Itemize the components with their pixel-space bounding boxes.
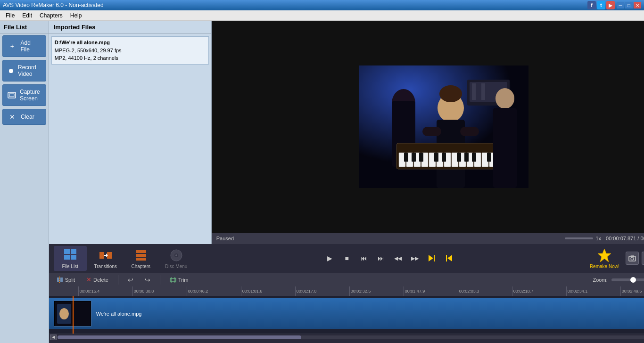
track-label: We're all alone.mpg — [96, 311, 142, 317]
chapters-icon — [133, 248, 149, 263]
svg-rect-67 — [57, 278, 59, 282]
status-bar: Paused 1x 00:00:07.871 / 00:04:30.903 — [212, 233, 644, 244]
toolbar-separator-2 — [160, 275, 160, 285]
tool-transitions[interactable]: Transitions — [89, 246, 122, 271]
snapshot-button[interactable] — [626, 252, 639, 265]
svg-rect-36 — [442, 153, 446, 162]
file-list-area: D:\We're all alone.mpg MPEG-2, 550x640, … — [49, 34, 211, 244]
preview-section: Paused 1x 00:00:07.871 / 00:04:30.903 — [212, 21, 644, 244]
titlebar-controls: ─ □ ✕ — [617, 2, 641, 8]
ruler-origin — [50, 286, 78, 296]
upper-area: Imported Files D:\We're all alone.mpg MP… — [49, 21, 644, 244]
tool-file-list[interactable]: File List — [54, 246, 87, 271]
file-list-icon — [63, 248, 78, 263]
file-list-header: File List — [0, 21, 49, 34]
imported-files-panel: Imported Files D:\We're all alone.mpg MP… — [49, 21, 212, 244]
timeline-toolbar: Split ✕ Delete ↩ ↪ Trim — [49, 272, 644, 286]
record-video-button[interactable]: ⏺ Record Video — [2, 60, 46, 82]
video-frame — [359, 65, 528, 188]
scroll-thumb[interactable] — [58, 335, 301, 339]
svg-rect-52 — [136, 254, 146, 257]
mark-out-button[interactable] — [442, 252, 455, 265]
maximize-button[interactable]: □ — [625, 2, 633, 8]
svg-rect-68 — [60, 278, 63, 282]
scroll-left-button[interactable]: ◀ — [50, 335, 57, 340]
menu-help[interactable]: Help — [66, 11, 86, 20]
svg-rect-37 — [457, 153, 461, 162]
redo-button[interactable]: ↪ — [141, 275, 154, 285]
next-track-button[interactable]: ⏭ — [374, 252, 388, 265]
remake-now-button[interactable]: Remake Now! — [586, 246, 623, 271]
speed-value: 1x — [595, 236, 601, 241]
svg-rect-34 — [419, 153, 423, 162]
svg-rect-16 — [422, 127, 441, 136]
menu-file[interactable]: File — [2, 11, 18, 20]
right-column: Imported Files D:\We're all alone.mpg MP… — [49, 21, 644, 343]
status-right: 1x 00:00:07.871 / 00:04:30.903 — [565, 236, 644, 241]
zoom-label: Zoom: — [593, 277, 608, 283]
social-icons: f t ▶ — [587, 1, 615, 9]
star-icon — [597, 248, 612, 263]
clear-icon: ✕ — [8, 113, 17, 121]
next-frame-button[interactable]: ▶▶ — [408, 252, 421, 265]
svg-rect-8 — [481, 83, 485, 100]
twitter-icon[interactable]: t — [597, 1, 605, 9]
playback-controls: ▶ ■ ⏮ ⏭ ◀◀ ▶▶ — [195, 252, 584, 265]
tool-chapters[interactable]: Chapters — [124, 246, 157, 271]
clear-button[interactable]: ✕ Clear — [2, 109, 46, 125]
svg-rect-40 — [487, 153, 491, 162]
minimize-button[interactable]: ─ — [617, 2, 624, 8]
speed-slider[interactable] — [565, 237, 593, 239]
add-file-button[interactable]: + Add File — [2, 35, 46, 57]
capture-icon — [8, 91, 16, 99]
zoom-thumb[interactable] — [630, 277, 636, 283]
fullscreen-button[interactable] — [642, 252, 644, 265]
play-button[interactable]: ▶ — [323, 252, 337, 265]
split-button[interactable]: Split — [53, 275, 79, 285]
svg-rect-43 — [64, 249, 70, 254]
mark-in-button[interactable] — [425, 252, 438, 265]
titlebar: AVS Video ReMaker 6.0 - Non-activated f … — [0, 0, 644, 10]
video-content — [359, 65, 528, 188]
menu-edit[interactable]: Edit — [18, 11, 36, 20]
menu-chapters[interactable]: Chapters — [36, 11, 66, 20]
toolbar-separator-1 — [118, 275, 118, 285]
facebook-icon[interactable]: f — [587, 1, 596, 9]
stop-button[interactable]: ■ — [340, 252, 354, 265]
file-entry[interactable]: D:\We're all alone.mpg MPEG-2, 550x640, … — [51, 36, 209, 65]
prev-track-button[interactable]: ⏮ — [357, 252, 371, 265]
time-display: 00:00:07.871 / 00:04:30.903 — [606, 236, 644, 241]
toolbar: File List Transitions Chapters — [49, 244, 644, 272]
svg-rect-9 — [486, 83, 490, 100]
scroll-track[interactable] — [58, 335, 644, 339]
undo-button[interactable]: ↩ — [124, 275, 137, 285]
file-video-info: MPEG-2, 550x640, 29.97 fps — [55, 47, 206, 55]
trim-button[interactable]: Trim — [166, 275, 192, 285]
youtube-icon[interactable]: ▶ — [606, 1, 615, 9]
zoom-section: Zoom: ⛶ — [593, 275, 644, 285]
tool-disc-menu[interactable]: Disc Menu — [160, 246, 193, 271]
titlebar-title: AVS Video ReMaker 6.0 - Non-activated — [3, 2, 104, 8]
svg-rect-38 — [464, 153, 469, 162]
svg-rect-33 — [412, 153, 416, 162]
delete-button[interactable]: ✕ Delete — [83, 275, 112, 285]
video-track: We're all alone.mpg — [49, 298, 644, 329]
zoom-slider[interactable] — [611, 278, 644, 281]
svg-marker-59 — [447, 255, 452, 261]
prev-frame-button[interactable]: ◀◀ — [391, 252, 405, 265]
imported-files-header: Imported Files — [49, 21, 211, 34]
svg-marker-61 — [598, 249, 611, 262]
transitions-icon — [98, 248, 113, 263]
timeline-area: 00:00:15.4 00:00:30.8 00:00:46.2 00:01:0… — [49, 286, 644, 343]
speed-control: 1x — [565, 236, 601, 241]
tool-file-list-label: File List — [62, 264, 78, 269]
playhead[interactable] — [73, 296, 74, 334]
svg-rect-39 — [472, 153, 476, 162]
capture-screen-button[interactable]: Capture Screen — [2, 84, 46, 106]
menubar: File Edit Chapters Help — [0, 10, 644, 21]
svg-rect-53 — [136, 258, 146, 261]
svg-rect-32 — [404, 153, 408, 162]
svg-rect-44 — [71, 249, 76, 254]
close-button[interactable]: ✕ — [634, 2, 641, 8]
ruler-mark-3: 00:01:01.6 — [241, 286, 295, 296]
